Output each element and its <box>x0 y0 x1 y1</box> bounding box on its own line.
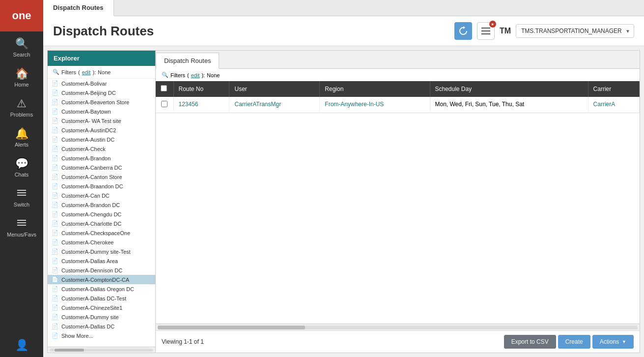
explorer-list-item[interactable]: 📄CustomerA-Dummy site <box>48 312 155 322</box>
tab-dispatch-routes[interactable]: Dispatch Routes <box>43 0 114 16</box>
warning-icon: ⚠ <box>17 97 27 110</box>
doc-icon: 📄 <box>52 118 58 124</box>
inner-tab-dispatch-routes[interactable]: Dispatch Routes <box>156 53 219 69</box>
cell-carrier: CarrierA <box>588 97 639 113</box>
explorer-list-item[interactable]: 📄CustomerA-Chengdu DC <box>48 209 155 219</box>
explorer-item-label: CustomerA-Baytown <box>61 109 111 115</box>
explorer-item-label: CustomerA-CheckspaceOne <box>61 230 130 236</box>
explorer-list-item[interactable]: 📄CustomerA-Dallas DC-Test <box>48 294 155 303</box>
sidebar-item-chats[interactable]: 💬 Chats <box>0 151 43 181</box>
explorer-list-item[interactable]: 📄CustomerA-Canberra DC <box>48 163 155 172</box>
sidebar-item-search[interactable]: 🔍 Search <box>0 31 43 61</box>
doc-icon: 📄 <box>52 164 58 171</box>
carrier-link[interactable]: CarrierA <box>593 101 616 108</box>
svg-rect-2 <box>17 195 26 196</box>
data-filters-paren-open: ( <box>187 72 189 78</box>
tab-bar: Dispatch Routes <box>43 0 644 16</box>
data-table-wrapper[interactable]: Route No User Region Schedule Day Carrie… <box>156 81 640 324</box>
explorer-list-item[interactable]: 📄CustomerA-Brandon <box>48 153 155 163</box>
explorer-item-label: CustomerA-AustinDC2 <box>61 127 116 133</box>
switch-icon <box>16 187 27 200</box>
data-filters-value: None <box>207 72 220 78</box>
chat-icon: 💬 <box>15 157 28 170</box>
user-role-select[interactable]: TMS.TRANSPORTATION_MANAGER <box>516 24 634 38</box>
doc-icon: 📄 <box>52 295 58 301</box>
select-all-checkbox[interactable] <box>161 85 167 91</box>
sidebar-item-menus[interactable]: Menus/Favs <box>0 211 43 241</box>
route-no-link[interactable]: 123456 <box>179 101 198 108</box>
menu-button[interactable]: ★ <box>477 22 495 40</box>
doc-icon: 📄 <box>52 323 58 329</box>
explorer-list-item[interactable]: 📄CustomerA-Charlotte DC <box>48 219 155 228</box>
sidebar-item-switch-label: Switch <box>14 202 29 208</box>
explorer-list-item[interactable]: 📄CustomerA-CheckspaceOne <box>48 228 155 238</box>
explorer-item-label: CustomerA-Chengdu DC <box>61 211 121 217</box>
svg-rect-8 <box>481 33 490 34</box>
page-header: Dispatch Routes ★ TM TMS.TRANSPORTATION_… <box>43 16 644 46</box>
search-icon: 🔍 <box>15 37 28 50</box>
sidebar-item-profile[interactable]: 👤 <box>0 333 43 357</box>
page-title: Dispatch Routes <box>53 24 154 39</box>
explorer-list-item[interactable]: 📄CustomerA-Braandon DC <box>48 181 155 191</box>
data-filters-paren-close: ): <box>201 72 205 78</box>
data-filters-search-icon: 🔍 <box>162 72 168 78</box>
actions-button[interactable]: Actions ▼ <box>592 335 634 349</box>
sidebar-item-home[interactable]: 🏠 Home <box>0 61 43 91</box>
explorer-list-item[interactable]: 📄CustomerA-Dummy site-Test <box>48 247 155 256</box>
export-csv-button[interactable]: Export to CSV <box>504 335 556 349</box>
explorer-list-item[interactable]: 📄CustomerA-Beijing DC <box>48 88 155 97</box>
doc-icon: 📄 <box>52 286 58 292</box>
explorer-list-item[interactable]: 📄CustomerA-Check <box>48 144 155 153</box>
data-scrollbar[interactable] <box>156 324 640 330</box>
sidebar: one 🔍 Search 🏠 Home ⚠ Problems 🔔 Alerts … <box>0 0 43 357</box>
explorer-list-item[interactable]: 📄CustomerA-ComptonDC-CA <box>48 275 155 284</box>
explorer-list-item[interactable]: 📄CustomerA-Austin DC <box>48 135 155 144</box>
row-checkbox-cell[interactable] <box>156 97 173 113</box>
explorer-list-item[interactable]: 📄CustomerA-Cherokee <box>48 238 155 247</box>
explorer-list-item[interactable]: 📄Show More... <box>48 331 155 340</box>
sidebar-item-home-label: Home <box>14 82 28 88</box>
explorer-list-item[interactable]: 📄CustomerA-AustinDC2 <box>48 125 155 135</box>
home-icon: 🏠 <box>15 67 28 80</box>
create-button[interactable]: Create <box>558 335 590 349</box>
row-checkbox[interactable] <box>161 101 168 107</box>
explorer-list-item[interactable]: 📄CustomerA-Beaverton Store <box>48 97 155 107</box>
region-link[interactable]: From-Anywhere-In-US <box>325 101 384 108</box>
app-logo[interactable]: one <box>0 0 43 31</box>
h-scroll-thumb <box>55 349 84 352</box>
user-initials: TM <box>500 27 511 35</box>
data-scroll-thumb <box>158 326 305 329</box>
sidebar-item-alerts[interactable]: 🔔 Alerts <box>0 121 43 151</box>
data-filters-edit[interactable]: edit <box>191 72 200 78</box>
cell-region: From-Anywhere-In-US <box>320 97 430 113</box>
main-area: Dispatch Routes Dispatch Routes ★ TM TMS… <box>43 0 644 357</box>
sidebar-item-switch[interactable]: Switch <box>0 181 43 211</box>
svg-rect-4 <box>17 222 26 223</box>
explorer-list-item[interactable]: 📄CustomerA-Canton Store <box>48 172 155 181</box>
explorer-list-item[interactable]: 📄CustomerA-Dallas Oregon DC <box>48 284 155 294</box>
doc-icon: 📄 <box>52 146 58 152</box>
explorer-list-item[interactable]: 📄CustomerA-Brandon DC <box>48 200 155 209</box>
explorer-scrollbar[interactable] <box>48 347 155 353</box>
explorer-item-label: CustomerA-Check <box>61 146 106 152</box>
explorer-list-item[interactable]: 📄CustomerA-Dennison DC <box>48 266 155 275</box>
explorer-list-item[interactable]: 📄CustomerA-Bolivar <box>48 79 155 88</box>
explorer-list-item[interactable]: 📄CustomerA-Dallas Area <box>48 256 155 266</box>
content-area: Explorer 🔍 Filters ( edit ): None 📄Custo… <box>47 50 640 353</box>
explorer-list-item[interactable]: 📄CustomerA-Dallas DC <box>48 322 155 331</box>
explorer-item-label: CustomerA-Canton Store <box>61 174 122 180</box>
sidebar-item-problems[interactable]: ⚠ Problems <box>0 91 43 121</box>
explorer-list-item[interactable]: 📄CustomerA-Baytown <box>48 107 155 116</box>
explorer-panel: Explorer 🔍 Filters ( edit ): None 📄Custo… <box>48 51 156 353</box>
explorer-list-item[interactable]: 📄CustomerA- WA Test site <box>48 116 155 125</box>
explorer-filters-edit[interactable]: edit <box>82 69 91 75</box>
explorer-filters-paren-close: ): <box>92 69 96 75</box>
user-link[interactable]: CarrierATransMgr <box>234 101 281 108</box>
explorer-list-item[interactable]: 📄CustomerA-ChinezeSite1 <box>48 303 155 312</box>
explorer-list[interactable]: 📄CustomerA-Bolivar📄CustomerA-Beijing DC📄… <box>48 79 155 347</box>
explorer-list-item[interactable]: 📄CustomerA-Can DC <box>48 191 155 200</box>
doc-icon: 📄 <box>52 220 58 227</box>
doc-icon: 📄 <box>52 239 58 245</box>
table-header-checkbox[interactable] <box>156 81 173 97</box>
refresh-button[interactable] <box>454 22 472 40</box>
